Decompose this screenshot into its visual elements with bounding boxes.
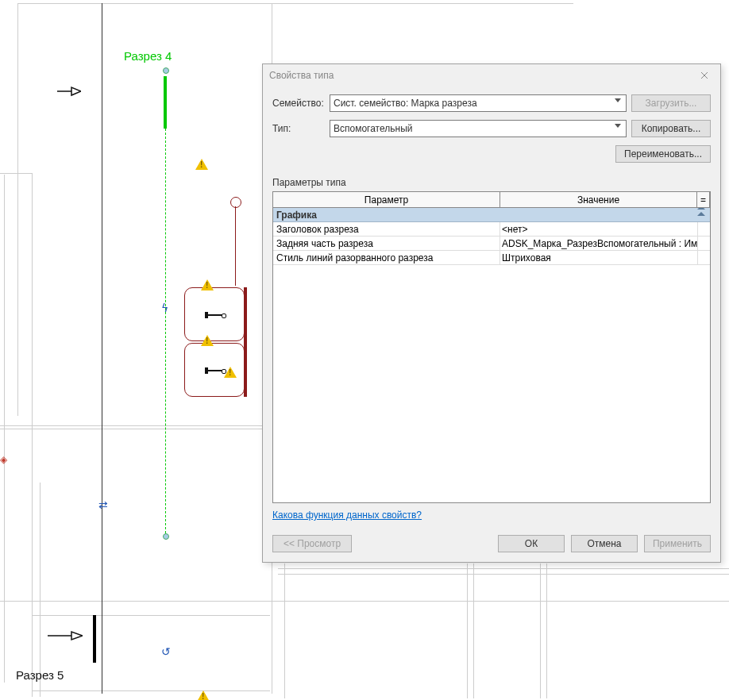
- equals-cell: [697, 237, 710, 250]
- help-link[interactable]: Какова функция данных свойств?: [272, 510, 422, 521]
- grid-line: [102, 3, 102, 694]
- grid-line: [4, 175, 5, 683]
- grid-line: [278, 574, 729, 575]
- family-value: Сист. семейство: Марка разреза: [334, 98, 477, 109]
- header-parameter[interactable]: Параметр: [273, 192, 500, 207]
- section-end-handle[interactable]: [163, 67, 169, 74]
- family-combobox[interactable]: Сист. семейство: Марка разреза: [330, 94, 627, 112]
- grid-line: [540, 563, 541, 698]
- dialog-footer: << Просмотр ОК Отмена Применить: [263, 527, 720, 562]
- header-equals[interactable]: =: [697, 192, 710, 207]
- close-button[interactable]: [692, 67, 717, 84]
- section-cut-line[interactable]: [164, 76, 167, 129]
- warning-icon[interactable]: [195, 159, 208, 170]
- callout-circle[interactable]: [230, 197, 241, 208]
- parameters-grid[interactable]: Параметр Значение = Графика Заголовок ра…: [272, 191, 711, 503]
- table-row[interactable]: Задняя часть разреза ADSK_Марка_РазрезВс…: [273, 237, 710, 251]
- equals-cell: [697, 222, 710, 236]
- group-label: Графика: [276, 210, 317, 221]
- rename-button[interactable]: Переименовать...: [615, 145, 711, 163]
- table-row[interactable]: Стиль линий разорванного разреза Штрихов…: [273, 251, 710, 265]
- ok-button[interactable]: ОК: [498, 535, 565, 552]
- copy-button[interactable]: Копировать...: [631, 120, 711, 137]
- dialog-body: Семейство: Сист. семейство: Марка разрез…: [263, 87, 720, 527]
- grid-line: [0, 425, 262, 426]
- grid-line: [278, 568, 729, 569]
- equipment-edge: [244, 287, 247, 397]
- parameters-section-title: Параметры типа: [272, 177, 711, 188]
- flow-arrow-icon: ⇄: [98, 498, 108, 511]
- value-cell[interactable]: Штриховая: [500, 251, 697, 264]
- preview-button: << Просмотр: [272, 535, 352, 552]
- dialog-title: Свойства типа: [269, 70, 692, 81]
- grid-line: [32, 615, 270, 616]
- marker-icon: ◈: [0, 454, 7, 465]
- break-symbol: ϟ: [161, 302, 168, 314]
- section-end-handle[interactable]: [163, 533, 169, 540]
- type-combobox[interactable]: Вспомогательный: [330, 120, 627, 137]
- grid-line: [0, 601, 729, 602]
- dialog-titlebar[interactable]: Свойства типа: [263, 64, 720, 87]
- warning-icon[interactable]: [201, 279, 214, 290]
- chevron-down-icon: [615, 98, 621, 102]
- view-direction-arrow: [48, 630, 83, 644]
- section-extent-line[interactable]: [165, 129, 166, 533]
- section-cut-line-5[interactable]: [93, 615, 96, 663]
- family-label: Семейство:: [272, 98, 325, 109]
- grid-line: [473, 563, 474, 698]
- section-label-5[interactable]: Разрез 5: [16, 668, 64, 682]
- equipment-connector: [208, 370, 222, 371]
- value-cell[interactable]: ADSK_Марка_РазрезВспомогательный : Имя в: [500, 237, 697, 250]
- load-button: Загрузить...: [631, 94, 711, 112]
- grid-line: [467, 563, 468, 698]
- equals-cell: [697, 251, 710, 264]
- collapse-icon[interactable]: [697, 212, 705, 216]
- grid-line: [0, 429, 262, 429]
- chevron-down-icon: [615, 124, 621, 128]
- cycle-icon: ↺: [161, 645, 171, 658]
- grid-line: [40, 483, 40, 697]
- param-cell: Заголовок разреза: [273, 222, 500, 236]
- value-cell[interactable]: <нет>: [500, 222, 697, 236]
- warning-icon[interactable]: [197, 690, 210, 700]
- table-row[interactable]: Заголовок разреза <нет>: [273, 222, 710, 237]
- type-value: Вспомогательный: [334, 123, 412, 134]
- equipment-connector: [208, 314, 222, 316]
- header-value[interactable]: Значение: [500, 192, 697, 207]
- grid-line: [0, 173, 32, 174]
- type-label: Тип:: [272, 123, 325, 134]
- view-direction-arrow: [57, 86, 81, 99]
- param-cell: Стиль линий разорванного разреза: [273, 251, 500, 264]
- param-cell: Задняя часть разреза: [273, 237, 500, 250]
- apply-button: Применить: [644, 535, 711, 552]
- type-properties-dialog: Свойства типа Семейство: Сист. семейство…: [262, 63, 721, 563]
- section-label-4[interactable]: Разрез 4: [124, 49, 172, 63]
- warning-icon[interactable]: [224, 367, 237, 378]
- grid-line: [17, 3, 573, 4]
- grid-line: [546, 563, 547, 698]
- grid-body: Графика Заголовок разреза <нет> Задняя ч…: [273, 208, 710, 502]
- grid-header: Параметр Значение =: [273, 192, 710, 208]
- grid-line: [32, 690, 270, 691]
- grid-line: [284, 563, 285, 698]
- cancel-button[interactable]: Отмена: [571, 535, 638, 552]
- grid-line: [32, 173, 33, 697]
- grid-line: [17, 3, 18, 416]
- warning-icon[interactable]: [201, 335, 214, 346]
- callout-leader: [235, 206, 236, 286]
- group-row-graphics[interactable]: Графика: [273, 208, 710, 222]
